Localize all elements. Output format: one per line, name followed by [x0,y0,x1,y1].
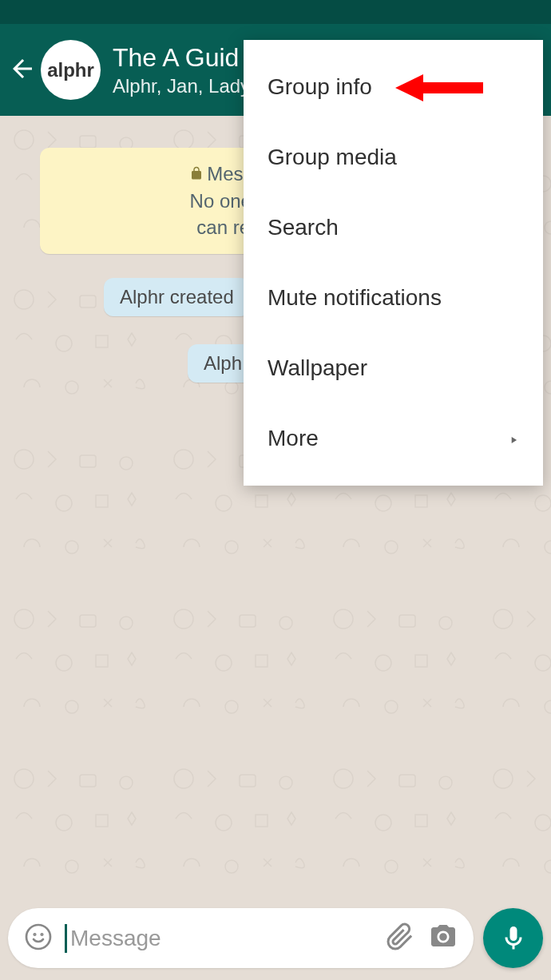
input-bar [8,908,543,968]
avatar[interactable]: alphr [41,40,101,100]
camera-icon[interactable] [429,922,458,954]
svg-point-1 [34,934,36,935]
chevron-right-icon [508,426,519,451]
svg-point-2 [42,934,43,935]
back-icon[interactable] [8,54,37,86]
menu-group-media[interactable]: Group media [244,122,543,192]
menu-more[interactable]: More [244,403,543,474]
status-bar [0,0,551,24]
menu-group-info[interactable]: Group info [244,52,543,122]
options-menu: Group info Group media Search Mute notif… [244,40,543,486]
menu-search[interactable]: Search [244,192,543,263]
message-input-container [8,908,474,968]
attach-icon[interactable] [386,922,414,954]
menu-wallpaper[interactable]: Wallpaper [244,333,543,403]
system-message[interactable]: Alphr created [104,278,250,316]
message-input[interactable] [65,924,371,953]
svg-point-0 [26,925,50,949]
avatar-text: alphr [47,59,94,81]
menu-mute-notifications[interactable]: Mute notifications [244,263,543,333]
lock-icon [189,161,204,188]
emoji-icon[interactable] [24,922,53,954]
mic-button[interactable] [483,908,543,968]
